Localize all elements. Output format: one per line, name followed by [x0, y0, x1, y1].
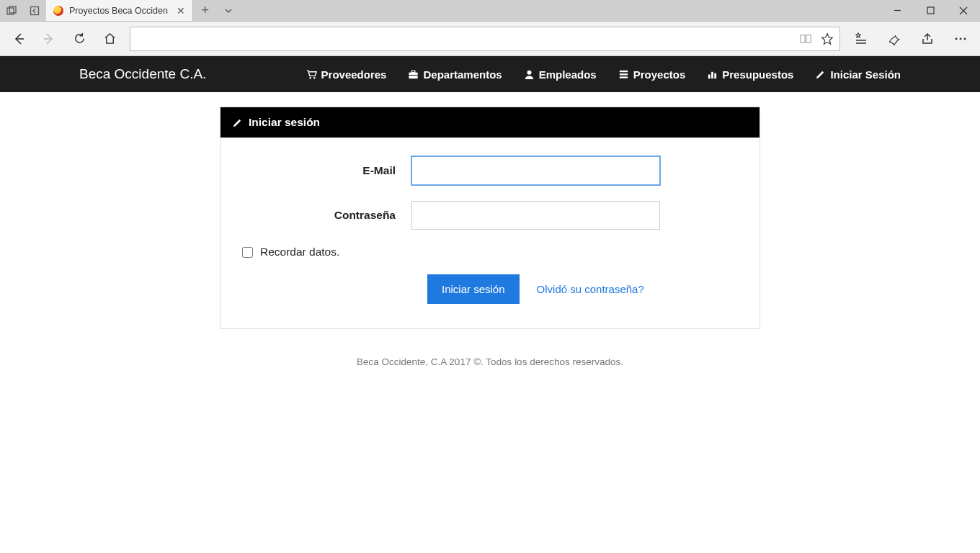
nav-departamentos[interactable]: Departamentos	[408, 68, 502, 81]
back-button[interactable]	[4, 24, 33, 53]
brand-title[interactable]: Beca Occidente C.A.	[79, 66, 206, 82]
nav-empleados[interactable]: Empleados	[524, 68, 597, 81]
tab-preview-icon[interactable]	[0, 0, 23, 21]
svg-rect-10	[806, 35, 811, 42]
user-icon	[524, 69, 535, 80]
svg-rect-25	[708, 74, 710, 78]
bars-icon	[707, 69, 718, 80]
browser-right-controls	[846, 24, 976, 53]
app-navbar: Beca Occidente C.A. Proveedores Departam…	[0, 56, 980, 92]
set-aside-icon[interactable]	[23, 0, 46, 21]
password-input[interactable]	[411, 201, 660, 230]
address-bar-icons	[799, 32, 834, 45]
forgot-password-link[interactable]: Olvidó su contraseña?	[537, 283, 644, 295]
nav-label: Iniciar Sesión	[830, 68, 901, 81]
browser-nav-row	[0, 22, 980, 56]
panel-title: Iniciar sesión	[249, 116, 320, 129]
svg-rect-22	[620, 70, 628, 71]
browser-chrome: Proyectos Beca Occiden ✕ +	[0, 0, 980, 56]
home-button[interactable]	[95, 24, 124, 53]
refresh-button[interactable]	[65, 24, 94, 53]
svg-rect-23	[620, 73, 628, 75]
email-row: E-Mail	[242, 156, 738, 185]
nav-label: Proyectos	[633, 68, 686, 81]
login-panel: Iniciar sesión E-Mail Contraseña Recorda…	[220, 107, 760, 329]
nav-presupuestos[interactable]: Presupuestos	[707, 68, 793, 81]
footer-text: Beca Occidente, C.A 2017 ©. Todos los de…	[0, 356, 980, 367]
nav-items: Proveedores Departamentos Empleados Proy…	[306, 68, 901, 81]
svg-point-16	[309, 76, 311, 78]
svg-point-17	[313, 76, 315, 78]
more-icon[interactable]	[945, 24, 976, 53]
password-label: Contraseña	[242, 209, 411, 222]
nav-label: Presupuestos	[722, 68, 793, 81]
svg-point-13	[956, 37, 958, 40]
svg-rect-26	[711, 71, 713, 78]
nav-proveedores[interactable]: Proveedores	[306, 68, 387, 81]
svg-rect-9	[801, 35, 805, 42]
nav-label: Proveedores	[321, 68, 387, 81]
tab-close-icon[interactable]: ✕	[177, 5, 185, 17]
tab-title: Proyectos Beca Occiden	[69, 6, 168, 16]
tab-strip: Proyectos Beca Occiden ✕ +	[0, 0, 980, 22]
share-icon[interactable]	[912, 24, 943, 53]
cart-icon	[306, 69, 317, 80]
nav-label: Empleados	[539, 68, 597, 81]
remember-row: Recordar datos.	[242, 246, 738, 258]
browser-tab[interactable]: Proyectos Beca Occiden ✕	[46, 0, 193, 21]
remember-checkbox[interactable]	[242, 247, 253, 258]
panel-header: Iniciar sesión	[220, 107, 760, 138]
favorite-star-icon[interactable]	[821, 32, 834, 45]
panel-body: E-Mail Contraseña Recordar datos. Inicia…	[220, 138, 760, 328]
submit-button[interactable]: Iniciar sesión	[427, 274, 520, 304]
pencil-icon	[232, 117, 243, 128]
svg-rect-27	[715, 73, 717, 78]
nav-proyectos[interactable]: Proyectos	[618, 68, 686, 81]
svg-rect-24	[620, 76, 628, 78]
email-label: E-Mail	[242, 164, 411, 177]
briefcase-icon	[408, 69, 419, 80]
nav-label: Departamentos	[423, 68, 502, 81]
maximize-button[interactable]	[914, 0, 947, 21]
svg-point-14	[960, 37, 962, 40]
list-icon	[618, 69, 629, 80]
svg-point-15	[964, 37, 966, 40]
password-row: Contraseña	[242, 201, 738, 230]
favicon-icon	[53, 6, 63, 16]
notes-icon[interactable]	[879, 24, 909, 53]
remember-label: Recordar datos.	[260, 246, 339, 258]
close-window-button[interactable]	[947, 0, 980, 21]
svg-rect-19	[412, 71, 416, 72]
nav-iniciar-sesion[interactable]: Iniciar Sesión	[815, 68, 901, 81]
favorites-list-icon[interactable]	[846, 24, 876, 53]
tab-chevron-icon[interactable]	[218, 0, 239, 21]
action-row: Iniciar sesión Olvidó su contraseña?	[427, 274, 738, 304]
window-controls	[881, 0, 980, 21]
reading-view-icon[interactable]	[799, 32, 812, 45]
svg-rect-2	[31, 6, 39, 14]
address-bar[interactable]	[130, 27, 840, 51]
forward-button[interactable]	[35, 24, 63, 53]
new-tab-button[interactable]: +	[193, 0, 218, 21]
svg-rect-4	[927, 7, 934, 14]
minimize-button[interactable]	[881, 0, 914, 21]
pencil-icon	[815, 69, 826, 80]
email-input[interactable]	[411, 156, 660, 185]
svg-point-21	[527, 70, 531, 74]
